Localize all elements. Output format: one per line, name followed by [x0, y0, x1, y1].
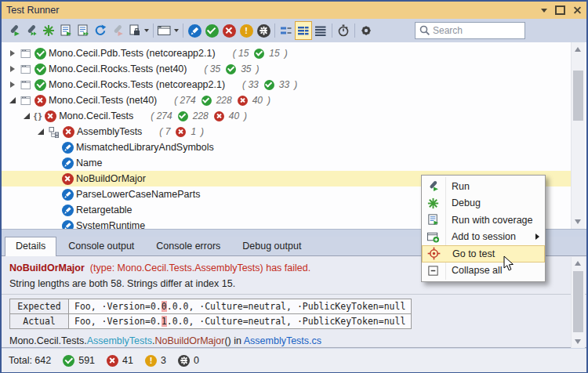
test-counts: ( 1515): [233, 48, 288, 59]
scroll-down-icon[interactable]: [575, 339, 581, 344]
project-icon: [20, 79, 31, 91]
total-count: Total: 642: [9, 355, 51, 366]
tab-debug-output[interactable]: Debug output: [232, 237, 311, 255]
test-counts: ( 27422840): [174, 95, 270, 106]
go-to-test-icon: [427, 247, 441, 260]
filter-ignored-button[interactable]: [255, 21, 272, 40]
tree-row-test[interactable]: MismatchedLibraryAndSymbols: [2, 139, 586, 155]
scroll-up-icon[interactable]: [575, 261, 581, 266]
warning-filter-icon: [240, 24, 253, 38]
group-by-flat-button[interactable]: [312, 21, 329, 40]
run-tests-button[interactable]: [5, 21, 23, 40]
failed-status-icon: [63, 126, 74, 138]
notrun-status-icon: [62, 142, 74, 154]
export-dropdown-icon[interactable]: [144, 29, 149, 32]
maximize-icon[interactable]: [555, 5, 565, 15]
expected-row: Expected Foo, ·Version=0.0.0.0, ·Culture…: [10, 299, 412, 314]
scrollbar-thumb[interactable]: [573, 271, 583, 332]
diff-highlight: 0: [162, 301, 167, 312]
tab-console-errors[interactable]: Console errors: [146, 237, 230, 255]
expander-collapsed-icon[interactable]: [8, 80, 18, 90]
run-icon: [7, 24, 21, 38]
expander-collapsed-icon[interactable]: [8, 49, 18, 59]
menu-item-go-to-test[interactable]: Go to test: [422, 245, 545, 263]
passed-total: 591: [78, 355, 95, 366]
divider: [2, 294, 586, 295]
expander-expanded-icon[interactable]: [22, 111, 32, 121]
project-icon: [20, 63, 31, 75]
tree-row-project[interactable]: Mono.Cecil.Rocks.Tests (netcoreapp2.1) (…: [2, 77, 586, 92]
rerun-failed-button-disabled[interactable]: [109, 21, 126, 40]
settings-button[interactable]: [358, 21, 375, 40]
notrun-filter-icon: [188, 24, 201, 38]
export-button[interactable]: [126, 21, 143, 40]
file-link[interactable]: AssemblyTests.cs: [244, 335, 321, 346]
ignored-total-icon: [178, 355, 190, 367]
run-icon: [426, 179, 440, 193]
scrollbar-thumb[interactable]: [573, 71, 583, 121]
scroll-up-icon[interactable]: [575, 47, 581, 52]
filter-failed-button[interactable]: [220, 21, 238, 40]
search-box[interactable]: [415, 22, 525, 39]
notrun-status-icon: [62, 205, 74, 216]
tab-console-output[interactable]: Console output: [58, 237, 144, 255]
show-time-button[interactable]: [335, 21, 352, 40]
close-icon[interactable]: [573, 6, 582, 15]
group-by-list-button-selected[interactable]: [295, 21, 312, 40]
notrun-status-icon: [62, 158, 74, 169]
actual-value: Foo, ·Version=0.1.0.0, ·Culture=neutral,…: [69, 314, 412, 329]
passed-total-icon: [63, 355, 74, 367]
test-node-label: Mono.Cecil.Rocks.Tests (netcoreapp2.1): [49, 79, 225, 90]
tab-details[interactable]: Details: [5, 237, 56, 256]
run-list-icon: [59, 24, 73, 38]
window-icon: [157, 24, 172, 37]
tree-row-namespace[interactable]: Mono.Cecil.Tests ( 27422840): [2, 108, 586, 124]
scroll-down-icon[interactable]: [575, 219, 581, 224]
submenu-arrow-icon: [535, 234, 539, 240]
run-session-all-button[interactable]: [74, 21, 92, 40]
window-layout-button[interactable]: [156, 21, 173, 40]
expander-expanded-icon[interactable]: [36, 127, 46, 137]
window-layout-dropdown-icon[interactable]: [174, 29, 179, 32]
filter-warning-button[interactable]: [238, 21, 255, 40]
test-node-label: AssemblyTests: [77, 126, 142, 137]
tree-row-test[interactable]: Name: [2, 155, 586, 171]
method-link[interactable]: NoBuildOrMajor: [155, 335, 225, 346]
tree-row-project[interactable]: Mono.Cecil.Rocks.Tests (net40) ( 3535): [2, 61, 586, 77]
test-node-label: Name: [76, 158, 102, 168]
ignored-filter-icon: [257, 24, 270, 38]
run-list-all-icon: [76, 24, 90, 38]
class-icon: [48, 126, 60, 138]
details-scrollbar[interactable]: [571, 257, 585, 348]
mouse-cursor: [503, 255, 514, 275]
search-input[interactable]: [431, 24, 524, 37]
run-session-button[interactable]: [57, 21, 74, 40]
run-all-tests-button[interactable]: [23, 21, 40, 40]
menu-item-run[interactable]: Run: [422, 178, 545, 195]
class-link[interactable]: AssemblyTests: [87, 335, 152, 346]
warning-total-icon: [145, 355, 157, 367]
notrun-status-icon: [62, 220, 74, 230]
expander-expanded-icon[interactable]: [8, 96, 18, 106]
debug-tests-button[interactable]: [40, 21, 57, 40]
failure-header-rest: (type: Mono.Cecil.Tests.AssemblyTests) h…: [90, 263, 310, 273]
tree-scrollbar[interactable]: [571, 42, 585, 229]
menu-item-add-to-session[interactable]: Add to session: [422, 229, 545, 246]
tree-row-project[interactable]: Mono.Cecil.Pdb.Tests (netcoreapp2.1) ( 1…: [2, 45, 586, 61]
tree-row-project[interactable]: Mono.Cecil.Tests (net40) ( 27422840): [2, 92, 586, 108]
menu-item-run-with-coverage[interactable]: Run with coverage: [422, 212, 545, 229]
window-menu-icon[interactable]: [541, 9, 547, 13]
passed-filter-icon: [205, 24, 219, 38]
search-icon: [419, 24, 431, 37]
expander-collapsed-icon[interactable]: [8, 64, 18, 74]
filter-passed-button[interactable]: [203, 21, 220, 40]
group-by-compact-button[interactable]: [278, 21, 295, 40]
passed-count-icon: [201, 96, 212, 106]
tree-row-class[interactable]: AssemblyTests ( 71): [2, 124, 586, 139]
title-bar: Test Runner: [2, 2, 586, 19]
menu-item-collapse-all[interactable]: Collapse all: [422, 263, 545, 280]
repeat-run-button[interactable]: [92, 21, 109, 40]
filter-notrun-button[interactable]: [186, 21, 203, 40]
menu-item-debug[interactable]: Debug: [422, 195, 545, 212]
namespace-icon: [34, 111, 41, 121]
